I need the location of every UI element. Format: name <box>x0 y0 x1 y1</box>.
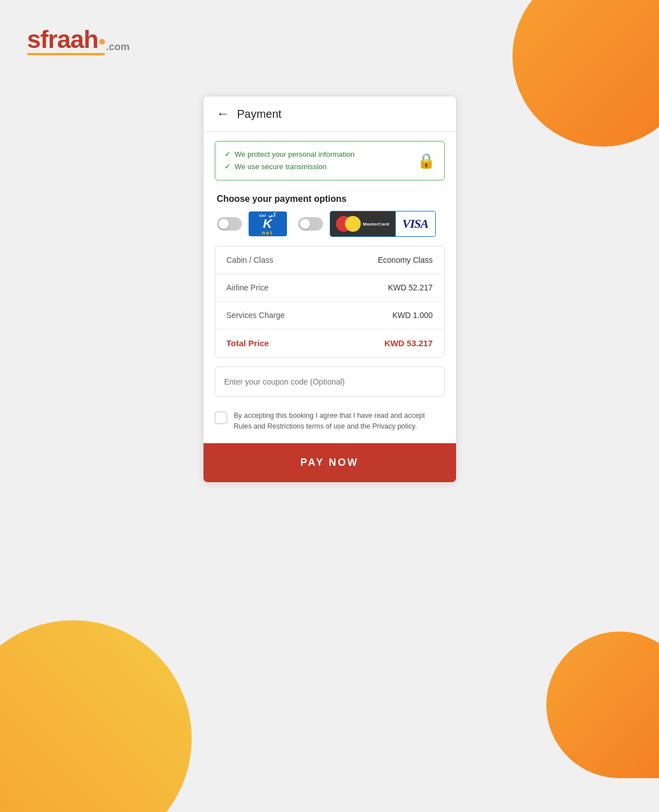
security-line1: ✓ We protect your personal information <box>224 148 355 161</box>
security-text: ✓ We protect your personal information ✓… <box>224 148 355 173</box>
lock-icon: 🔒 <box>417 152 435 170</box>
service-label: Services Charge <box>227 311 285 320</box>
airline-value: KWD 52.217 <box>388 283 432 292</box>
card-toggle-track <box>298 217 323 231</box>
service-value: KWD 1.000 <box>392 311 433 320</box>
bg-blob-bottom-left <box>0 620 192 812</box>
bg-blob-bottom-right <box>546 632 659 778</box>
card-logos: MasterCard VISA <box>330 211 436 237</box>
card-header: ← Payment <box>204 96 456 132</box>
total-price-row: Total Price KWD 53.217 <box>215 329 444 357</box>
mastercard-logo: MasterCard <box>330 211 395 236</box>
cabin-row: Cabin / Class Economy Class <box>215 246 444 274</box>
cabin-label: Cabin / Class <box>227 255 273 264</box>
check-icon-2: ✓ <box>224 162 231 171</box>
knet-k-letter: K <box>263 218 272 230</box>
card-toggle-thumb <box>300 219 310 229</box>
pay-now-button[interactable]: PAY NOW <box>204 443 456 482</box>
knet-toggle-thumb <box>219 219 229 229</box>
page-title: Payment <box>237 108 282 121</box>
knet-toggle[interactable] <box>217 217 242 231</box>
logo-underline <box>27 53 105 55</box>
coupon-wrapper <box>215 367 445 397</box>
logo-com: .com <box>106 41 130 53</box>
payment-options-row: كي نت K net MasterCard <box>204 211 456 246</box>
mc-yellow-circle <box>345 216 361 232</box>
airline-label: Airline Price <box>227 283 269 292</box>
terms-text: By accepting this booking I agree that I… <box>234 411 445 432</box>
knet-net-text: net <box>262 230 273 236</box>
back-button[interactable]: ← <box>217 107 229 121</box>
logo: sfraah .com <box>27 27 130 55</box>
knet-inner: كي نت K net <box>259 212 277 236</box>
knet-logo: كي نت K net <box>249 211 287 236</box>
coupon-input[interactable] <box>215 367 444 396</box>
cabin-value: Economy Class <box>378 255 432 264</box>
mastercard-label: MasterCard <box>363 222 390 227</box>
knet-toggle-track <box>217 217 242 231</box>
visa-text: VISA <box>403 217 428 231</box>
service-charge-row: Services Charge KWD 1.000 <box>215 302 444 329</box>
security-line2: ✓ We use secure transmission <box>224 161 355 173</box>
terms-checkbox[interactable] <box>215 412 227 424</box>
mc-circles <box>336 216 361 232</box>
visa-logo: VISA <box>395 211 435 236</box>
payment-card: ← Payment ✓ We protect your personal inf… <box>203 96 457 483</box>
bg-blob-top-right <box>512 0 659 147</box>
airline-price-row: Airline Price KWD 52.217 <box>215 274 444 302</box>
terms-row: By accepting this booking I agree that I… <box>204 406 456 443</box>
security-banner: ✓ We protect your personal information ✓… <box>215 141 445 180</box>
check-icon-1: ✓ <box>224 150 231 158</box>
logo-text: sfraah <box>27 25 105 53</box>
payment-options-title: Choose your payment options <box>204 189 456 211</box>
payment-card-wrapper: ← Payment ✓ We protect your personal inf… <box>203 96 457 483</box>
total-label: Total Price <box>227 338 269 348</box>
total-value: KWD 53.217 <box>384 338 433 348</box>
price-details-box: Cabin / Class Economy Class Airline Pric… <box>215 246 445 358</box>
card-toggle[interactable] <box>298 217 323 231</box>
